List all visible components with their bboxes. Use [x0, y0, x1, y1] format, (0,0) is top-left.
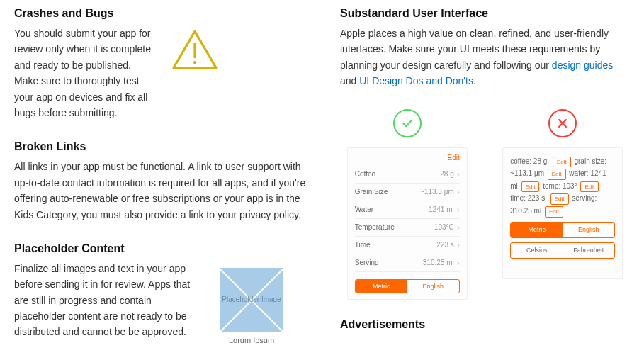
edit-badge: Edit [580, 181, 599, 193]
warning-icon [170, 28, 220, 71]
advertisements-heading: Advertisements [340, 318, 630, 331]
segmented-control: Metric English [355, 279, 460, 293]
broken-links-body: All links in your app must be functional… [14, 159, 312, 223]
ui-body-mid: and [340, 75, 359, 86]
segment-metric: Metric [511, 223, 563, 237]
crashes-heading: Crashes and Bugs [14, 7, 156, 20]
placeholder-image-box: Placeholder Image Lorum Ipsum [220, 268, 283, 344]
row-label: Coffee [355, 170, 375, 178]
row-label: Temperature [355, 223, 395, 231]
edit-badge: Edit [545, 206, 563, 218]
broken-links-heading: Broken Links [14, 140, 312, 153]
table-row: Water1241 ml› [355, 201, 460, 219]
bad-text: 310.25 ml [510, 207, 541, 215]
chevron-right-icon: › [457, 169, 460, 179]
edit-link: Edit [355, 154, 460, 162]
bad-text: water: 1241 [569, 169, 606, 177]
placeholder-caption: Lorum Ipsum [229, 336, 274, 344]
row-label: Grain Size [355, 188, 388, 196]
substandard-ui-body: Apple places a high value on clean, refi… [340, 26, 630, 89]
table-row: Grain Size~113.3 μm› [355, 184, 460, 201]
segment-english: English [563, 223, 614, 237]
good-ui-mockup: Edit Coffee28 g› Grain Size~113.3 μm› Wa… [347, 147, 468, 300]
chevron-right-icon: › [457, 240, 460, 250]
ui-dos-donts-link[interactable]: UI Design Dos and Don'ts [359, 75, 473, 86]
substandard-ui-heading: Substandard User Interface [340, 7, 630, 20]
table-row: Serving310.25 ml› [355, 254, 460, 272]
table-row: Temperature103°C› [355, 219, 460, 237]
chevron-right-icon: › [457, 187, 460, 197]
placeholder-image: Placeholder Image [220, 268, 283, 332]
row-value: 223 s [436, 241, 453, 249]
check-icon [393, 109, 422, 137]
segment-metric: Metric [356, 280, 407, 293]
bad-text: grain size: [574, 157, 606, 165]
segmented-control: Metric English [510, 222, 615, 238]
edit-badge: Edit [553, 157, 571, 168]
chevron-right-icon: › [457, 258, 460, 268]
bad-text: ~113.1 μm [510, 169, 544, 177]
segment-celsius: Celsius [511, 243, 563, 258]
row-label: Serving [355, 259, 379, 266]
bad-text: coffee: 28 g. [510, 157, 549, 165]
placeholder-heading: Placeholder Content [14, 242, 312, 255]
row-value: 28 g [440, 170, 453, 178]
row-value: 103°C [434, 223, 454, 231]
table-row: Coffee28 g› [355, 166, 460, 184]
cross-icon [548, 109, 577, 137]
placeholder-body: Finalize all images and text in your app… [14, 261, 205, 340]
row-value: ~113.3 μm [420, 188, 454, 196]
bad-text: temp: 103° [543, 182, 577, 190]
table-row: Time223 s› [355, 237, 460, 254]
crashes-body: You should submit your app for review on… [14, 26, 156, 120]
edit-badge: Edit [548, 169, 566, 180]
placeholder-image-label: Placeholder Image [222, 296, 281, 304]
chevron-right-icon: › [457, 223, 460, 232]
segmented-control: Celsius Fahrenheit [510, 242, 615, 259]
chevron-right-icon: › [457, 205, 460, 215]
ui-body-tail: . [473, 75, 476, 86]
bad-text: serving: [572, 194, 597, 202]
edit-badge: Edit [550, 193, 569, 205]
segment-english: English [407, 280, 459, 293]
edit-badge: Edit [521, 181, 540, 193]
design-guides-link[interactable]: design guides [552, 60, 613, 71]
svg-point-1 [193, 61, 196, 64]
row-label: Water [355, 206, 373, 213]
bad-text: time: 223 s. [510, 194, 547, 202]
bad-text: ml [510, 182, 518, 190]
row-label: Time [355, 241, 371, 249]
row-value: 1241 ml [429, 206, 454, 213]
segment-fahrenheit: Fahrenheit [563, 243, 614, 258]
bad-ui-mockup: coffee: 28 g. Edit grain size: ~113.1 μm… [502, 147, 623, 279]
row-value: 310.25 ml [423, 259, 454, 266]
